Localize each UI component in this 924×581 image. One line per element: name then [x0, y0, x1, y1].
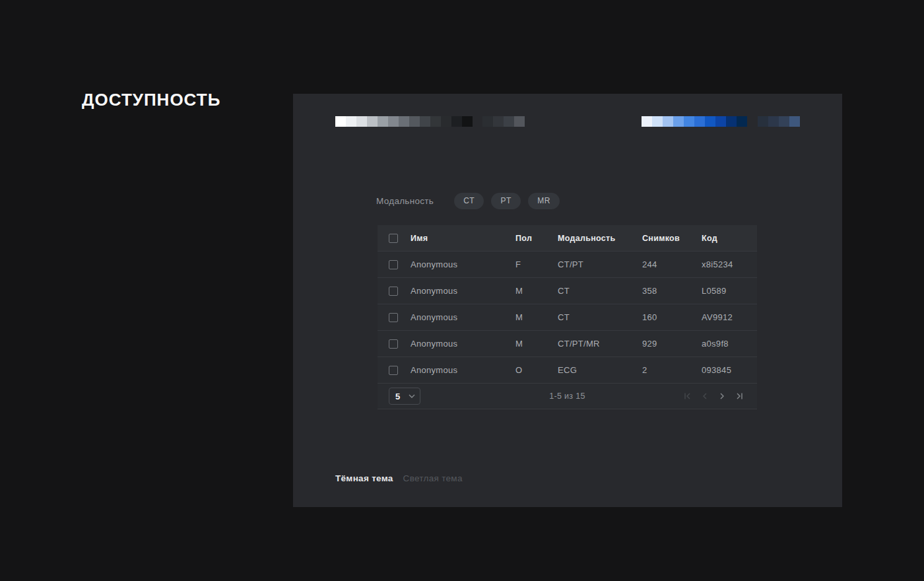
color-swatch — [789, 116, 800, 127]
next-page-button[interactable] — [713, 388, 731, 405]
color-swatch — [673, 116, 684, 127]
chevron-down-icon — [409, 394, 415, 398]
cell-sex: M — [515, 339, 558, 349]
cell-code: L0589 — [702, 286, 757, 296]
color-swatch — [441, 116, 451, 127]
cell-modality: CT/PT — [558, 259, 642, 269]
color-swatch — [378, 116, 388, 127]
cell-code: AV9912 — [702, 312, 757, 322]
color-swatch — [493, 116, 504, 127]
table-row[interactable]: AnonymousMCT/PT/MR929a0s9f8 — [378, 330, 757, 357]
table-row[interactable]: AnonymousMCT358L0589 — [378, 277, 757, 304]
color-swatch — [356, 116, 367, 127]
palette-blue-surface — [758, 116, 800, 127]
table-row[interactable]: AnonymousFCT/PT244x8i5234 — [378, 251, 757, 277]
theme-switcher: Тёмная тема Светлая тема — [335, 473, 463, 483]
column-header-code: Код — [702, 234, 757, 243]
column-header-modality: Модальность — [558, 234, 642, 243]
table-row[interactable]: AnonymousOECG2093845 — [378, 357, 757, 383]
color-swatch — [367, 116, 378, 127]
modality-filter-label: Модальность — [376, 196, 434, 206]
cell-count: 244 — [642, 259, 702, 269]
row-checkbox[interactable] — [389, 339, 398, 349]
table-row[interactable]: AnonymousMCT160AV9912 — [378, 304, 757, 330]
previous-page-button[interactable] — [696, 388, 713, 405]
row-checkbox[interactable] — [389, 313, 398, 322]
row-checkbox-cell — [378, 313, 411, 322]
color-swatch — [779, 116, 789, 127]
cell-modality: CT — [558, 312, 642, 322]
row-checkbox-cell — [378, 366, 411, 375]
table-pagination: 5 1-5 из 15 — [378, 383, 757, 409]
color-swatch — [694, 116, 705, 127]
color-swatch — [430, 116, 441, 127]
cell-sex: M — [515, 312, 558, 322]
modality-chip-mr[interactable]: MR — [528, 193, 560, 209]
color-swatch — [409, 116, 420, 127]
color-swatch — [715, 116, 726, 127]
row-checkbox[interactable] — [389, 287, 398, 296]
color-swatch — [346, 116, 356, 127]
first-page-icon — [684, 393, 692, 399]
color-swatch — [684, 116, 694, 127]
color-swatch — [642, 116, 652, 127]
page-size-value: 5 — [395, 392, 400, 401]
chevron-right-icon — [719, 393, 725, 399]
chevron-left-icon — [702, 393, 708, 399]
palette-blue-main — [642, 116, 747, 127]
color-swatch — [335, 116, 346, 127]
palette-gray-surface — [482, 116, 525, 127]
cell-name: Anonymous — [411, 365, 515, 375]
modality-chip-pt[interactable]: PT — [491, 193, 521, 209]
column-header-sex: Пол — [515, 234, 558, 243]
cell-modality: CT/PT/MR — [558, 339, 642, 349]
table-header-row: Имя Пол Модальность Снимков Код — [378, 225, 757, 251]
column-header-name: Имя — [411, 234, 515, 243]
palette-gray-main — [335, 116, 473, 127]
dark-theme-link[interactable]: Тёмная тема — [335, 473, 393, 483]
cell-name: Anonymous — [411, 339, 515, 349]
color-swatch — [399, 116, 409, 127]
select-all-checkbox[interactable] — [389, 234, 398, 243]
theme-demo-panel: Модальность CTPTMR Имя Пол Модальность С… — [293, 94, 842, 507]
modality-chip-ct[interactable]: CT — [454, 193, 484, 209]
color-swatch — [420, 116, 430, 127]
color-swatch — [462, 116, 473, 127]
light-theme-link[interactable]: Светлая тема — [403, 473, 463, 483]
first-page-button[interactable] — [679, 388, 696, 405]
header-checkbox-cell — [378, 234, 411, 243]
cell-name: Anonymous — [411, 286, 515, 296]
color-swatch — [388, 116, 399, 127]
cell-count: 358 — [642, 286, 702, 296]
page-size-select[interactable]: 5 — [389, 388, 420, 405]
color-swatch — [652, 116, 663, 127]
row-checkbox[interactable] — [389, 260, 398, 269]
page-title: ДОСТУПНОСТЬ — [82, 90, 220, 110]
last-page-icon — [735, 393, 743, 399]
color-swatch — [705, 116, 715, 127]
pagination-nav — [679, 388, 748, 405]
patients-table: Имя Пол Модальность Снимков Код Anonymou… — [378, 225, 757, 409]
cell-name: Anonymous — [411, 312, 515, 322]
cell-sex: F — [515, 259, 558, 269]
cell-code: a0s9f8 — [702, 339, 757, 349]
modality-filter: Модальность CTPTMR — [376, 191, 560, 210]
color-swatch — [663, 116, 673, 127]
row-checkbox-cell — [378, 339, 411, 349]
cell-count: 929 — [642, 339, 702, 349]
row-checkbox[interactable] — [389, 366, 398, 375]
color-swatch — [451, 116, 462, 127]
cell-modality: ECG — [558, 365, 642, 375]
color-swatch — [726, 116, 737, 127]
color-swatch — [514, 116, 525, 127]
last-page-button[interactable] — [731, 388, 748, 405]
cell-sex: M — [515, 286, 558, 296]
cell-modality: CT — [558, 286, 642, 296]
column-header-count: Снимков — [642, 234, 702, 243]
color-swatch — [482, 116, 493, 127]
cell-code: 093845 — [702, 365, 757, 375]
row-checkbox-cell — [378, 260, 411, 269]
color-swatch — [768, 116, 779, 127]
table-body: AnonymousFCT/PT244x8i5234AnonymousMCT358… — [378, 251, 757, 383]
cell-count: 160 — [642, 312, 702, 322]
